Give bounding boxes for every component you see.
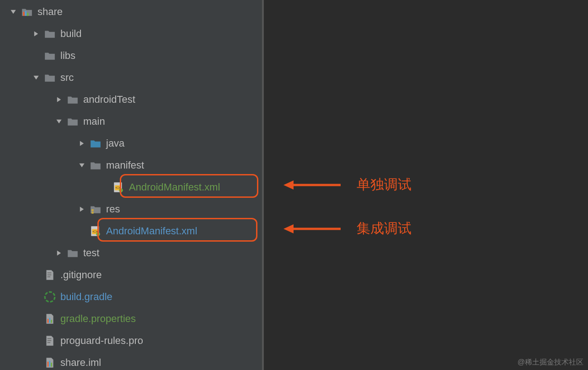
resource-folder-icon (90, 203, 102, 215)
svg-point-16 (45, 292, 55, 302)
chevron-down-icon[interactable] (78, 162, 86, 169)
folder-icon (67, 116, 79, 127)
file-tree: share build libs (0, 0, 262, 370)
tree-label: build (60, 29, 81, 39)
tree-label: AndroidManifest.xml (129, 182, 220, 192)
tree-label: res (106, 204, 120, 214)
svg-rect-1 (25, 11, 27, 16)
tree-item-main[interactable]: main (0, 111, 262, 132)
svg-rect-24 (49, 361, 50, 367)
svg-rect-2 (27, 13, 28, 16)
tree-label: main (83, 116, 105, 127)
folder-icon (90, 159, 102, 171)
svg-rect-7 (91, 209, 93, 211)
tree-label: build.gradle (60, 292, 112, 302)
tree-item-androidtest[interactable]: androidTest (0, 89, 262, 111)
watermark: @稀土掘金技术社区 (518, 358, 583, 367)
svg-rect-14 (48, 275, 52, 275)
chevron-down-icon[interactable] (32, 74, 40, 81)
tree-item-proguard[interactable]: proguard-rules.pro (0, 330, 262, 352)
annotation-integration: 集成调试 (357, 219, 412, 238)
module-icon (21, 6, 33, 18)
svg-rect-25 (51, 363, 52, 367)
svg-rect-22 (48, 342, 51, 343)
chevron-right-icon[interactable] (78, 140, 86, 147)
chevron-down-icon[interactable] (55, 118, 63, 125)
svg-point-6 (119, 188, 123, 192)
folder-icon (44, 50, 56, 62)
tree-item-share-iml[interactable]: share.iml (0, 352, 262, 370)
tree-label: manifest (106, 160, 144, 170)
folder-icon (44, 28, 56, 40)
tree-label: AndroidManifest.xml (106, 226, 197, 236)
tree-item-manifest[interactable]: manifest (0, 154, 262, 176)
svg-rect-20 (48, 338, 52, 339)
panel-divider[interactable] (262, 0, 264, 370)
folder-icon (44, 72, 56, 84)
chevron-down-icon[interactable] (9, 9, 17, 15)
tree-item-java[interactable]: java (0, 132, 262, 154)
source-folder-icon (90, 137, 102, 149)
tree-item-build[interactable]: build (0, 23, 262, 45)
tree-item-src[interactable]: src (0, 67, 262, 89)
tree-label: gradle.properties (60, 314, 136, 324)
svg-rect-13 (48, 273, 52, 274)
tree-label: .gitignore (60, 270, 102, 280)
svg-rect-19 (51, 320, 52, 323)
svg-rect-0 (23, 12, 24, 16)
properties-file-icon (44, 313, 56, 325)
tree-label: src (60, 73, 74, 83)
tree-item-res[interactable]: res (0, 198, 262, 220)
svg-rect-23 (48, 362, 49, 367)
module-file-icon (44, 357, 56, 369)
text-file-icon (44, 335, 56, 347)
chevron-right-icon[interactable] (32, 31, 40, 37)
tree-label: java (106, 138, 124, 148)
tree-item-gradle-props[interactable]: gradle.properties (0, 308, 262, 330)
tree-item-test[interactable]: test (0, 242, 262, 264)
tree-label: androidTest (83, 95, 135, 105)
folder-icon (67, 94, 79, 106)
tree-item-build-gradle[interactable]: build.gradle (0, 286, 262, 308)
svg-rect-21 (48, 340, 52, 341)
svg-rect-18 (49, 318, 50, 323)
folder-icon (67, 247, 79, 259)
android-manifest-icon: <> (90, 225, 102, 237)
tree-item-share[interactable]: share (0, 1, 262, 23)
editor-panel (262, 0, 588, 370)
chevron-right-icon[interactable] (78, 206, 86, 212)
tree-item-libs[interactable]: libs (0, 45, 262, 67)
project-tree-panel: share build libs (0, 0, 262, 370)
svg-point-12 (96, 232, 100, 236)
svg-rect-8 (91, 211, 93, 213)
tree-label: share (37, 7, 63, 17)
tree-label: libs (60, 51, 75, 61)
tree-label: test (83, 248, 99, 258)
chevron-right-icon[interactable] (55, 96, 63, 103)
annotation-standalone: 单独调试 (357, 175, 412, 194)
tree-label: proguard-rules.pro (60, 336, 143, 346)
svg-rect-17 (48, 319, 49, 323)
svg-rect-15 (48, 276, 51, 277)
text-file-icon (44, 269, 56, 281)
tree-item-manifest-xml[interactable]: <> AndroidManifest.xml (0, 176, 262, 198)
android-manifest-icon: <> (112, 181, 124, 193)
chevron-right-icon[interactable] (55, 250, 63, 256)
tree-item-main-xml[interactable]: <> AndroidManifest.xml (0, 220, 262, 242)
tree-item-gitignore[interactable]: .gitignore (0, 264, 262, 286)
gradle-icon (44, 291, 56, 303)
tree-label: share.iml (60, 358, 101, 368)
